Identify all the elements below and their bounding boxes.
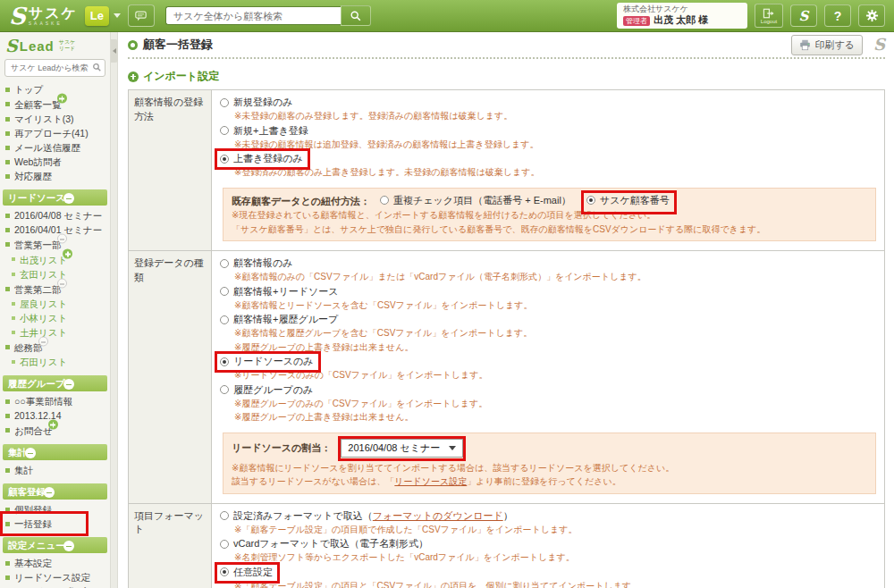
lead-logo-tagline: サスケリード	[59, 39, 75, 52]
sidebar-item-top[interactable]: トップ	[0, 82, 110, 97]
sidebar-section-customer-registration[interactable]: 顧客登録	[3, 483, 107, 500]
product-badge-le[interactable]: Le	[85, 6, 109, 26]
radio-icon[interactable]	[220, 315, 229, 324]
sidebar-item-division-info[interactable]: ○○事業部情報	[0, 394, 110, 408]
expand-plus-icon[interactable]	[63, 249, 72, 259]
collapse-minus-icon[interactable]	[57, 279, 67, 289]
sidebar-item-seminar-0408[interactable]: 2016/04/08 セミナー	[0, 208, 110, 223]
option-note: ※未登録の顧客情報は追加登録、登録済みの顧客情報は上書き登録します。	[234, 138, 876, 152]
radio-duplicate-check[interactable]: 重複チェック項目（電話番号 + E-mail）	[380, 194, 571, 207]
sidebar-item-mylist[interactable]: マイリスト(3)	[0, 112, 110, 126]
radio-icon[interactable]	[220, 567, 229, 576]
sidebar-item-doi-list[interactable]: 土井リスト	[0, 325, 110, 340]
radio-vcard-format[interactable]: vCardフォーマットで取込（電子名刺形式）	[220, 537, 428, 550]
radio-saaske-customer-number[interactable]: サスケ顧客番号	[586, 194, 670, 207]
collapse-minus-icon[interactable]	[25, 448, 36, 458]
expand-plus-icon[interactable]	[48, 420, 58, 430]
radio-icon[interactable]	[380, 196, 389, 205]
radio-leadsource-only[interactable]: リードソースのみ	[220, 355, 314, 368]
sidebar-item-demo-list[interactable]: 出茂リスト	[0, 252, 110, 267]
sidebar-item-all-customers[interactable]: 全顧客一覧	[0, 97, 110, 112]
sidebar-item-ishida-list[interactable]: 石田リスト	[0, 355, 110, 369]
sidebar-item-aggregate[interactable]: 集計	[0, 463, 110, 477]
chevron-down-icon[interactable]	[114, 13, 121, 18]
sidebar-section-leadsource[interactable]: リードソース	[3, 189, 107, 206]
sidebar-item-sales-dept1[interactable]: 営業第一部	[0, 237, 110, 252]
sidebar-item-response-history[interactable]: 対応履歴	[0, 169, 110, 183]
lead-logo-text: Lead	[20, 38, 55, 55]
sidebar-section-history-group[interactable]: 履歴グループ	[3, 375, 107, 391]
collapse-minus-icon[interactable]	[57, 234, 67, 244]
radio-icon[interactable]	[220, 511, 229, 520]
sidebar-collapse-handle[interactable]	[111, 32, 118, 588]
select-caret-icon	[449, 446, 456, 450]
sidebar-item-yara-list[interactable]: 屋良リスト	[0, 297, 110, 311]
chat-button[interactable]	[128, 4, 155, 27]
saaske-logo[interactable]: S サスケ SAASKE	[9, 4, 78, 28]
chat-bubble-icon	[134, 10, 148, 22]
radio-icon[interactable]	[220, 357, 229, 366]
radio-icon[interactable]	[220, 155, 229, 164]
main-content: 顧客一括登録 印刷する S インポート設定 顧客情報の登録方法 新規登録のみ ※…	[119, 32, 894, 588]
radio-customer-historygroup[interactable]: 顧客情報+履歴グループ	[220, 313, 338, 326]
search-icon	[92, 63, 102, 72]
box-note: ※現在登録されている顧客情報と、インポートする顧客情報を紐付けるための項目を選択…	[232, 208, 867, 223]
sidebar-section-aggregate[interactable]: 集計	[3, 444, 107, 460]
box-note: ※顧客情報にリードソースを割り当ててインポートする場合は、該当するリードソースを…	[232, 461, 867, 475]
saaske-logo-subtext: SAASKE	[29, 21, 78, 26]
refresh-swirl-icon[interactable]: S	[873, 37, 885, 53]
radio-icon[interactable]	[220, 126, 229, 135]
radio-customer-leadsource[interactable]: 顧客情報+リードソース	[220, 285, 338, 298]
radio-new-only[interactable]: 新規登録のみ	[220, 96, 293, 109]
sidebar-item-genda-list[interactable]: 玄田リスト	[0, 267, 110, 281]
radio-icon[interactable]	[220, 259, 229, 268]
sidebar-item-web-visitors[interactable]: Web訪問者	[0, 155, 110, 169]
radio-icon[interactable]	[220, 385, 229, 394]
format-download-link[interactable]: フォーマットのダウンロード	[373, 510, 503, 521]
sidebar-item-individual-registration[interactable]: 個別登録	[0, 502, 110, 517]
sidebar-item-inquiry[interactable]: お問合せ	[0, 423, 110, 438]
help-button[interactable]: ?	[824, 4, 851, 27]
radio-overwrite-only[interactable]: 上書き登録のみ	[220, 152, 303, 165]
sidebar-item-kobayashi-list[interactable]: 小林リスト	[0, 311, 110, 325]
sidebar-item-bulk-registration[interactable]: 一括登録	[0, 517, 110, 531]
collapse-minus-icon[interactable]	[38, 337, 48, 347]
expand-plus-icon[interactable]	[57, 94, 67, 104]
radio-new-and-overwrite[interactable]: 新規+上書き登録	[220, 124, 308, 138]
sidebar-item-general-affairs[interactable]: 総務部	[0, 340, 110, 355]
radio-icon[interactable]	[220, 98, 229, 107]
collapse-minus-icon[interactable]	[63, 379, 74, 390]
sidebar-item-leadsource-settings[interactable]: リードソース設定	[0, 570, 110, 584]
lead-search-input[interactable]	[4, 59, 105, 77]
global-search-button[interactable]	[341, 5, 371, 26]
sidebar-item-mail-history[interactable]: メール送信履歴	[0, 140, 110, 155]
radio-icon[interactable]	[220, 287, 229, 296]
sidebar-item-reapproach[interactable]: 再アプローチ(41)	[0, 126, 110, 140]
role-badge: 管理者	[623, 16, 650, 26]
radio-historygroup-only[interactable]: 履歴グループのみ	[220, 383, 313, 397]
sidebar-item-basic-settings[interactable]: 基本設定	[0, 556, 110, 570]
radio-customer-only[interactable]: 顧客情報のみ	[220, 256, 293, 270]
collapse-minus-icon[interactable]	[63, 541, 74, 551]
logout-button[interactable]: Logout	[755, 4, 783, 28]
sidebar-item-historygroup-settings[interactable]: 履歴グループ設定	[0, 584, 110, 588]
global-search-input[interactable]	[165, 6, 341, 25]
sidebar-item-seminar-0401[interactable]: 2016/04/01 セミナー	[0, 223, 110, 237]
leadsource-settings-link[interactable]: リードソース設定	[394, 476, 467, 486]
lead-logo[interactable]: S Lead サスケリード	[0, 32, 110, 57]
collapse-minus-icon[interactable]	[44, 487, 55, 498]
sidebar-item-sales-dept2[interactable]: 営業第二部	[0, 281, 110, 297]
radio-icon[interactable]	[586, 196, 595, 205]
radio-custom-format[interactable]: 任意設定	[220, 566, 273, 579]
leadsource-select[interactable]: 2016/04/08 セミナー	[341, 439, 463, 458]
saaske-home-button[interactable]: S	[790, 4, 817, 27]
collapse-minus-icon[interactable]	[63, 193, 74, 204]
top-header: S サスケ SAASKE Le 株式会社サスケケ 管理者 出茂 太郎 様 Log…	[0, 0, 894, 32]
company-name: 株式会社サスケケ	[623, 4, 741, 14]
settings-button[interactable]	[858, 4, 885, 27]
print-button[interactable]: 印刷する	[791, 35, 863, 55]
radio-preset-format[interactable]: 設定済みフォーマットで取込（フォーマットのダウンロード）	[220, 509, 513, 523]
sidebar-section-settings-menu[interactable]: 設定メニュー	[3, 537, 107, 553]
sidebar-collapse-tab[interactable]	[111, 39, 118, 63]
radio-icon[interactable]	[220, 540, 229, 549]
